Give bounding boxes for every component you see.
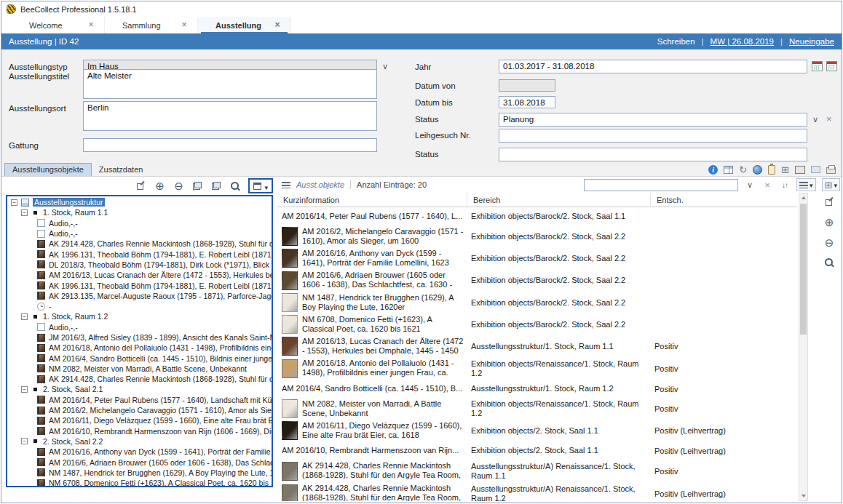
- subtab-zusatzdaten[interactable]: Zusatzdaten: [92, 164, 151, 176]
- list-row[interactable]: NM 1487, Hendrick ter Brugghen (1629), A…: [277, 292, 797, 313]
- list-row[interactable]: AM 2016/11, Diego Velàzquez (1599 - 1660…: [277, 420, 797, 441]
- tree-item[interactable]: AK 2913.135, Marcel-Auguste Raoux (1795 …: [8, 291, 272, 301]
- ausstellungsort-field[interactable]: Berlin: [83, 101, 377, 131]
- user-date-link[interactable]: MW | 26.08.2019: [711, 37, 774, 46]
- list-row[interactable]: NM 6708, Domenico Fetti (+1623), A Class…: [277, 313, 797, 335]
- zoom-out-button[interactable]: [823, 236, 835, 249]
- list-row[interactable]: AK 2914.428, Charles Rennie Mackintosh (…: [277, 460, 797, 482]
- tree-item[interactable]: Audio,-,-: [8, 322, 272, 332]
- chevron-down-icon[interactable]: [812, 116, 818, 124]
- zoom-out-button[interactable]: [173, 180, 184, 193]
- open-external-button[interactable]: [823, 195, 835, 208]
- expander-icon[interactable]: [21, 313, 28, 320]
- expander-icon[interactable]: [21, 438, 28, 444]
- clipboard-icon[interactable]: [768, 165, 775, 175]
- tree-item[interactable]: AM 2016/13, Lucas Cranach der Ältere (14…: [8, 270, 272, 280]
- ausstellungstitel-field[interactable]: Alte Meister: [83, 69, 377, 99]
- scroll-down-icon[interactable]: [799, 492, 807, 500]
- column-entsch[interactable]: Entsch.: [650, 193, 797, 207]
- list-view-button[interactable]: [796, 178, 816, 191]
- list-row[interactable]: AM 2016/6, Adriaen Brouwer (1605 oder 16…: [277, 269, 797, 292]
- tab-ausstellung[interactable]: Ausstellung: [198, 17, 291, 33]
- scroll-up-icon[interactable]: [799, 193, 807, 202]
- grid-view-icon[interactable]: [781, 165, 789, 175]
- list-row[interactable]: AM 2016/4, Sandro Botticelli (ca. 1445 -…: [277, 380, 797, 398]
- tree-item[interactable]: AK 2914.428, Charles Rennie Mackintosh (…: [8, 374, 272, 384]
- menu-icon[interactable]: [282, 182, 290, 188]
- list-row[interactable]: AM 2016/14, Peter Paul Rubens (1577 - 16…: [277, 207, 797, 225]
- status-field[interactable]: Planung: [499, 113, 807, 127]
- status2-field[interactable]: [499, 148, 807, 161]
- calendar-icon[interactable]: [812, 61, 823, 71]
- clear-search-button[interactable]: [761, 178, 773, 191]
- tree-item[interactable]: AM 2016/10, Rembrandt Harmenszoon van Ri…: [8, 426, 272, 436]
- tree-item[interactable]: AM 2016/18, Antonio del Pollaiuolo (1431…: [8, 343, 272, 353]
- zoom-in-button[interactable]: [154, 180, 165, 193]
- sort-button[interactable]: [779, 178, 791, 191]
- list-row[interactable]: AM 2016/2, Michelangelo Caravaggio (1571…: [277, 225, 797, 247]
- search-button[interactable]: [823, 256, 835, 269]
- expander-icon[interactable]: [11, 199, 17, 206]
- tree-item[interactable]: Audio,-,-: [8, 228, 272, 239]
- scrollbar-thumb[interactable]: [800, 204, 807, 335]
- tree-item[interactable]: Ausstellungsstruktur: [8, 197, 272, 207]
- close-icon[interactable]: [273, 21, 282, 30]
- scrollbar[interactable]: [799, 193, 808, 501]
- column-kurzinformation[interactable]: Kurzinformation: [277, 193, 467, 207]
- chevron-down-icon[interactable]: [382, 63, 388, 71]
- list-row[interactable]: AK 2914.428, Charles Rennie Mackintosh (…: [277, 482, 797, 501]
- tree-item[interactable]: AM 2016/6, Adriaen Brouwer (1605 oder 16…: [8, 457, 272, 467]
- column-bereich[interactable]: Bereich: [467, 193, 650, 207]
- open-external-button[interactable]: [135, 180, 146, 193]
- leihgesuch-field[interactable]: [499, 129, 807, 143]
- search-options-button[interactable]: [744, 178, 756, 191]
- tree-item[interactable]: AK 2914.428, Charles Rennie Mackintosh (…: [8, 239, 272, 249]
- list-row[interactable]: AM 2016/10, Rembrandt Harmenszoon van Ri…: [277, 441, 797, 460]
- refresh-icon[interactable]: [739, 165, 747, 175]
- close-icon[interactable]: [180, 21, 189, 30]
- list-row[interactable]: AM 2016/13, Lucas Cranach der Ältere (14…: [277, 335, 797, 357]
- tree-item[interactable]: AM 2016/2, Michelangelo Caravaggio (1571…: [8, 405, 272, 415]
- mode-link[interactable]: Schreiben: [657, 37, 695, 46]
- layout-toggle-button[interactable]: [248, 178, 273, 193]
- tree-item[interactable]: AK 1996.131, Theobald Böhm (1794-1881), …: [8, 249, 272, 259]
- tab-welcome[interactable]: Welcome: [12, 17, 105, 33]
- tree-item[interactable]: AM 2016/4, Sandro Botticelli (ca. 1445 -…: [8, 353, 272, 363]
- list-row[interactable]: AM 2016/18, Antonio del Pollaiuolo (1431…: [277, 357, 797, 380]
- tree-item[interactable]: DL 2018/3, Theobald Böhm (1794-1881), Di…: [8, 260, 272, 270]
- book-icon[interactable]: [795, 166, 805, 174]
- tile-windows-button[interactable]: [210, 180, 222, 193]
- search-button[interactable]: [229, 180, 241, 193]
- tree-item[interactable]: 1. Stock, Raum 1.2: [8, 311, 272, 321]
- print-icon[interactable]: [826, 167, 836, 174]
- tree-item[interactable]: 2. Stock, Saal 2.1: [8, 384, 272, 394]
- web-icon[interactable]: [753, 165, 762, 175]
- grid-view-button[interactable]: [822, 178, 840, 191]
- tree-item[interactable]: NM 6708, Domenico Fetti (+1623), A Class…: [8, 478, 272, 487]
- jahr-field[interactable]: 01.03.2017 - 31.08.2018: [499, 60, 807, 73]
- expander-icon[interactable]: [21, 209, 28, 216]
- cascade-windows-button[interactable]: [191, 180, 203, 193]
- tree-item[interactable]: AM 2016/11, Diego Velàzquez (1599 - 1660…: [8, 415, 272, 425]
- tree-item[interactable]: AM 2016/16, Anthony van Dyck (1599 - 164…: [8, 447, 272, 457]
- tree-item[interactable]: AM 2016/14, Peter Paul Rubens (1577 - 16…: [8, 395, 272, 405]
- datum-von-field[interactable]: [499, 79, 555, 92]
- table-view-icon[interactable]: [724, 166, 733, 174]
- tab-sammlung[interactable]: Sammlung: [105, 17, 198, 33]
- tree-item[interactable]: JM 2016/3, Alfred Sisley (1839 - 1899), …: [8, 332, 272, 343]
- list-row[interactable]: AM 2016/16, Anthony van Dyck (1599 - 164…: [277, 247, 797, 269]
- datum-bis-field[interactable]: 31.08.2018: [499, 96, 555, 108]
- expander-icon[interactable]: [21, 386, 28, 393]
- tree-item[interactable]: 2. Stock, Saal 2.2: [8, 436, 272, 447]
- new-entry-link[interactable]: Neueingabe: [789, 37, 834, 46]
- tree-item[interactable]: 1. Stock, Raum 1.1: [8, 207, 272, 217]
- tree-item[interactable]: AK 1996.131, Theobald Böhm (1794-1881), …: [8, 280, 272, 290]
- zoom-in-button[interactable]: [823, 215, 835, 228]
- info-icon[interactable]: [708, 165, 718, 175]
- clear-icon[interactable]: [826, 115, 832, 123]
- tree-item[interactable]: NM 1487, Hendrick ter Brugghen (1629), A…: [8, 468, 272, 478]
- search-input[interactable]: [584, 179, 738, 191]
- tree-item[interactable]: Audio,-,-: [8, 218, 272, 228]
- media-icon[interactable]: [811, 166, 820, 173]
- list-row[interactable]: NM 2082, Meister von Marradi, A Battle S…: [277, 398, 797, 420]
